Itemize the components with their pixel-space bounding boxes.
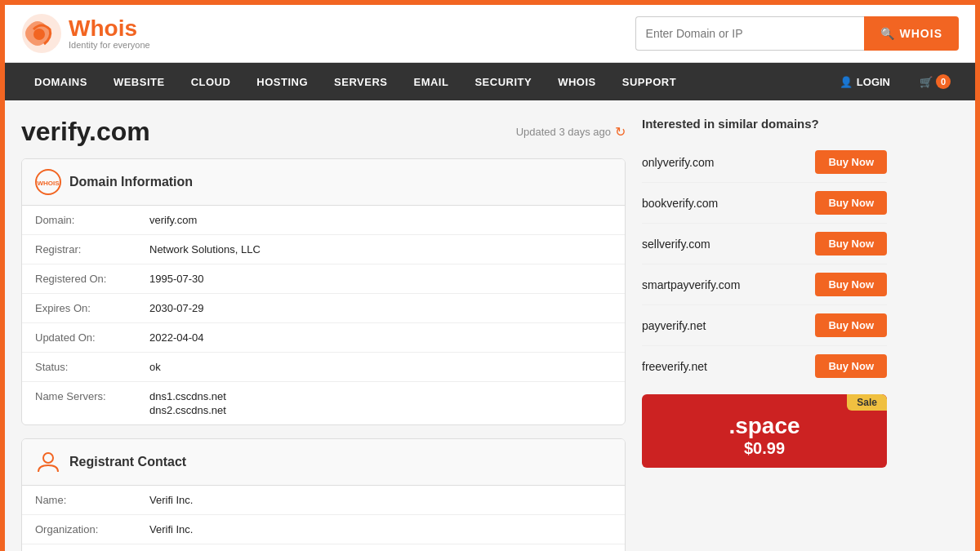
- svg-point-1: [33, 29, 45, 40]
- domain-suggestion-0: onlyverify.com Buy Now: [642, 142, 887, 183]
- left-column: verify.com Updated 3 days ago ↻ WHOIS Do…: [21, 117, 626, 551]
- page-title: verify.com: [21, 117, 150, 147]
- buy-now-button-2[interactable]: Buy Now: [815, 232, 887, 256]
- org-row: Organization: Verifi Inc.: [22, 515, 625, 544]
- name-value: Verifi Inc.: [149, 494, 193, 506]
- main-nav: DOMAINS WEBSITE CLOUD HOSTING SERVERS EM…: [5, 63, 975, 100]
- search-button-label: WHOIS: [900, 27, 942, 40]
- nameservers-value: dns1.cscdns.net dns2.cscdns.net: [149, 390, 226, 416]
- domain-suggestion-1: bookverify.com Buy Now: [642, 183, 887, 224]
- whois-badge-icon: WHOIS: [35, 169, 61, 195]
- nav-login[interactable]: 👤 LOGIN: [826, 64, 903, 100]
- name-row: Name: Verifi Inc.: [22, 486, 625, 515]
- domain-row: Domain: verify.com: [22, 206, 625, 235]
- logo-text: Whois Identity for everyone: [69, 17, 150, 50]
- sale-price: $0.99: [744, 439, 785, 458]
- sale-domain: .space: [728, 413, 800, 439]
- search-icon: 🔍: [880, 27, 895, 40]
- main-content: verify.com Updated 3 days ago ↻ WHOIS Do…: [5, 100, 975, 551]
- person-icon: [35, 449, 61, 475]
- expires-on-label: Expires On:: [35, 302, 149, 314]
- nav-item-domains[interactable]: DOMAINS: [21, 64, 100, 100]
- updated-on-row: Updated On: 2022-04-04: [22, 323, 625, 353]
- expires-on-value: 2030-07-29: [149, 302, 204, 314]
- nav-item-hosting[interactable]: HOSTING: [243, 64, 321, 100]
- svg-text:WHOIS: WHOIS: [37, 180, 60, 187]
- registered-on-row: Registered On: 1995-07-30: [22, 264, 625, 294]
- registrant-card-header: Registrant Contact: [22, 439, 625, 486]
- user-icon: 👤: [840, 76, 853, 88]
- buy-now-button-3[interactable]: Buy Now: [815, 273, 887, 296]
- logo-whois-text: Whois: [69, 17, 150, 40]
- domain-info-title: Domain Information: [69, 175, 193, 189]
- registrant-title: Registrant Contact: [69, 455, 186, 469]
- search-button[interactable]: 🔍 WHOIS: [864, 16, 959, 51]
- nameservers-row: Name Servers: dns1.cscdns.net dns2.cscdn…: [22, 382, 625, 424]
- suggestion-domain-5: freeverify.net: [642, 360, 707, 373]
- similar-domains-title: Interested in similar domains?: [642, 117, 887, 131]
- cart-icon: 🛒: [920, 76, 933, 88]
- registrar-label: Registrar:: [35, 243, 149, 256]
- updated-on-value: 2022-04-04: [149, 331, 204, 344]
- nav-item-whois[interactable]: WHOIS: [545, 64, 609, 100]
- nav-item-email[interactable]: EMAIL: [400, 64, 461, 100]
- buy-now-button-0[interactable]: Buy Now: [815, 150, 887, 174]
- search-input[interactable]: [635, 16, 864, 51]
- sale-tag: Sale: [847, 394, 887, 411]
- suggestion-domain-3: smartpayverify.com: [642, 278, 740, 291]
- registered-on-value: 1995-07-30: [149, 273, 204, 285]
- registrant-card: Registrant Contact Name: Verifi Inc. Org…: [21, 438, 626, 551]
- expires-on-row: Expires On: 2030-07-29: [22, 294, 625, 323]
- status-value: ok: [149, 361, 161, 373]
- domain-value: verify.com: [149, 214, 197, 226]
- right-column: Interested in similar domains? onlyverif…: [642, 117, 887, 551]
- logo-icon: [21, 13, 62, 54]
- updated-on-label: Updated On:: [35, 331, 149, 344]
- status-row: Status: ok: [22, 353, 625, 382]
- name-label: Name:: [35, 494, 149, 506]
- domain-suggestion-2: sellverify.com Buy Now: [642, 224, 887, 264]
- suggestion-domain-1: bookverify.com: [642, 197, 718, 210]
- registered-on-label: Registered On:: [35, 273, 149, 285]
- domain-info-body: Domain: verify.com Registrar: Network So…: [22, 206, 625, 424]
- nameserver-2: dns2.cscdns.net: [149, 404, 226, 416]
- org-label: Organization:: [35, 523, 149, 535]
- suggestions-list: onlyverify.com Buy Now bookverify.com Bu…: [642, 142, 887, 386]
- nav-right: 👤 LOGIN 🛒 0: [826, 63, 959, 100]
- buy-now-button-5[interactable]: Buy Now: [815, 354, 887, 378]
- header: Whois Identity for everyone 🔍 WHOIS: [5, 5, 975, 63]
- logo-tagline-text: Identity for everyone: [69, 40, 150, 50]
- domain-suggestion-4: payverify.net Buy Now: [642, 305, 887, 346]
- registrar-value: Network Solutions, LLC: [149, 243, 261, 256]
- nav-item-servers[interactable]: SERVERS: [321, 64, 400, 100]
- status-label: Status:: [35, 361, 149, 373]
- svg-point-4: [43, 453, 53, 463]
- logo-area: Whois Identity for everyone: [21, 13, 150, 54]
- nameserver-1: dns1.cscdns.net: [149, 390, 226, 402]
- nav-item-support[interactable]: SUPPORT: [609, 64, 689, 100]
- registrant-body: Name: Verifi Inc. Organization: Verifi I…: [22, 486, 625, 551]
- nav-item-security[interactable]: SECURITY: [461, 64, 545, 100]
- nav-item-cloud[interactable]: CLOUD: [178, 64, 244, 100]
- suggestion-domain-4: payverify.net: [642, 319, 706, 332]
- page-title-row: verify.com Updated 3 days ago ↻: [21, 117, 626, 147]
- refresh-icon[interactable]: ↻: [615, 124, 626, 140]
- login-label: LOGIN: [857, 76, 890, 88]
- street-row: Street: 8391 BEVERLY BLVD STE 310 STE 31…: [22, 544, 625, 551]
- nav-cart[interactable]: 🛒 0: [911, 63, 959, 100]
- cart-count: 0: [936, 74, 951, 89]
- nav-item-website[interactable]: WEBSITE: [100, 64, 178, 100]
- domain-suggestion-5: freeverify.net Buy Now: [642, 346, 887, 386]
- buy-now-button-4[interactable]: Buy Now: [815, 313, 887, 337]
- domain-suggestion-3: smartpayverify.com Buy Now: [642, 264, 887, 305]
- suggestion-domain-0: onlyverify.com: [642, 156, 714, 169]
- nameservers-label: Name Servers:: [35, 390, 149, 416]
- domain-label: Domain:: [35, 214, 149, 226]
- sale-banner: Sale .space $0.99: [642, 394, 887, 468]
- domain-info-card-header: WHOIS Domain Information: [22, 159, 625, 206]
- domain-info-card: WHOIS Domain Information Domain: verify.…: [21, 158, 626, 425]
- registrar-row: Registrar: Network Solutions, LLC: [22, 235, 625, 264]
- suggestion-domain-2: sellverify.com: [642, 238, 710, 251]
- updated-text-label: Updated 3 days ago: [516, 126, 611, 138]
- buy-now-button-1[interactable]: Buy Now: [815, 191, 887, 215]
